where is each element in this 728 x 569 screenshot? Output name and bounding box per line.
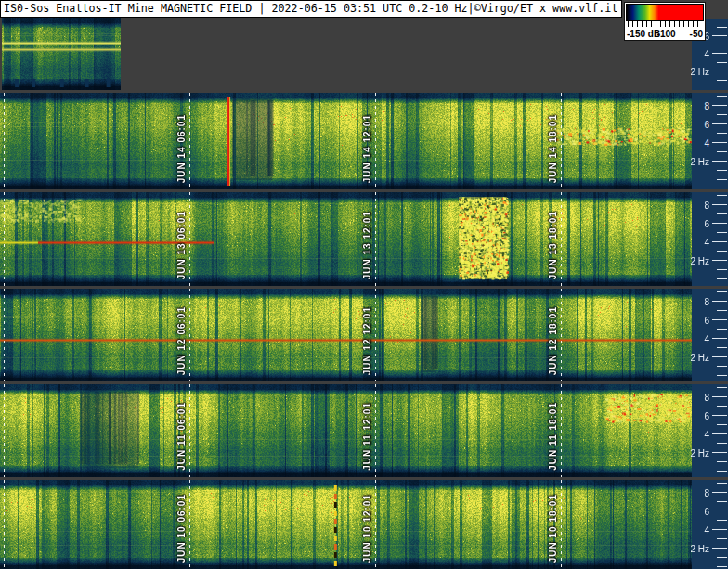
- time-tick-label: JUN 13 06:01: [176, 211, 187, 279]
- freq-tick: [712, 301, 727, 302]
- freq-tick: [712, 142, 727, 143]
- freq-tick: [712, 452, 727, 453]
- time-tick-label: JUN 13 12:01: [362, 211, 372, 279]
- freq-tick-label: 2 Hz: [690, 156, 709, 166]
- freq-tick: [717, 62, 727, 63]
- time-tick-label: JUN 14 12:01: [362, 114, 372, 183]
- freq-tick: [717, 566, 727, 567]
- time-tick-label: JUN 12 12:01: [362, 306, 372, 375]
- freq-tick: [717, 213, 727, 214]
- freq-tick: [717, 133, 727, 134]
- freq-tick: [712, 492, 727, 493]
- spectrogram-row-jun-14: JUN 14 06:01JUN 14 12:01JUN 14 18:01: [0, 93, 692, 189]
- freq-tick: [712, 319, 727, 320]
- frequency-axis: 8642 Hz: [692, 384, 728, 477]
- time-gridline: [189, 384, 190, 477]
- freq-tick: [717, 151, 727, 152]
- spectrogram-row-jun-10: JUN 10 06:01JUN 10 12:01JUN 10 18:01: [0, 480, 692, 569]
- colorbar-max-label: -50: [690, 29, 703, 39]
- freq-tick: [717, 269, 727, 270]
- time-tick-label: JUN 14 06:01: [176, 114, 187, 183]
- freq-tick: [717, 461, 727, 462]
- freq-tick-label: 4: [704, 137, 709, 148]
- freq-tick: [717, 347, 727, 348]
- frequency-axis: 8642 Hz: [692, 289, 728, 381]
- spectrogram-row-jun-13: JUN 13 06:01JUN 13 12:01JUN 13 18:01: [0, 192, 692, 286]
- time-gridline: [561, 480, 562, 569]
- freq-tick-label: 2 Hz: [690, 66, 709, 76]
- freq-tick-label: 6: [704, 506, 709, 516]
- spectrogram-canvas: [0, 289, 692, 381]
- time-tick-label: JUN 10 18:01: [548, 494, 558, 563]
- vlf-spectrogram-screen: IS0-Sos Enattos-IT Mine MAGNETIC FIELD |…: [0, 0, 728, 569]
- time-gridline: [189, 93, 190, 189]
- time-gridline: [561, 192, 562, 286]
- freq-tick: [712, 71, 727, 71]
- time-tick-label: JUN 11 12:01: [362, 402, 372, 471]
- freq-tick: [717, 443, 727, 444]
- freq-tick: [712, 511, 727, 511]
- time-gridline: [189, 289, 190, 381]
- freq-tick-label: 8: [704, 200, 709, 210]
- time-gridline: [375, 289, 376, 381]
- time-gridline: [4, 480, 5, 569]
- freq-tick: [712, 223, 727, 224]
- freq-tick-label: 6: [704, 119, 709, 129]
- time-gridline: [375, 192, 376, 286]
- spectrogram-canvas: [0, 192, 692, 286]
- spectrogram-row-jun-11: JUN 11 06:01JUN 11 12:01JUN 11 18:01: [0, 384, 692, 477]
- freq-tick: [712, 433, 727, 434]
- time-gridline: [4, 289, 5, 381]
- freq-tick-label: 2 Hz: [690, 447, 709, 458]
- freq-tick: [717, 471, 727, 472]
- freq-tick-label: 2 Hz: [690, 352, 709, 362]
- current-day-thumbnail: [2, 18, 121, 90]
- time-gridline: [4, 384, 5, 477]
- freq-tick-label: 4: [704, 524, 709, 535]
- colorbar-mid-label: -100: [657, 29, 676, 39]
- freq-tick: [712, 356, 727, 357]
- time-gridline: [375, 384, 376, 477]
- time-gridline: [561, 93, 562, 189]
- freq-tick: [717, 387, 727, 388]
- freq-tick: [717, 27, 727, 28]
- freq-tick-label: 8: [704, 392, 709, 402]
- time-tick-label: JUN 10 06:01: [176, 494, 187, 563]
- time-gridline: [375, 480, 376, 569]
- freq-tick-label: 2 Hz: [690, 255, 709, 265]
- colorbar-labels: -150 dB -100 -50: [626, 27, 704, 40]
- time-tick-label: JUN 14 18:01: [548, 114, 558, 183]
- freq-tick: [717, 45, 727, 45]
- time-gridline: [6, 18, 6, 90]
- freq-tick: [717, 114, 727, 115]
- window-title-bar: IS0-Sos Enattos-IT Mine MAGNETIC FIELD |…: [0, 0, 622, 18]
- freq-tick-label: 4: [704, 333, 709, 343]
- freq-tick: [712, 241, 727, 242]
- frequency-axis: 8642 Hz: [692, 480, 728, 569]
- time-tick-label: JUN 11 18:01: [548, 402, 558, 471]
- colorbar-gradient: [626, 4, 704, 21]
- spectrogram-canvas: [0, 93, 692, 189]
- freq-tick: [717, 406, 727, 407]
- freq-tick-label: 4: [704, 429, 709, 439]
- freq-tick: [712, 338, 727, 339]
- time-tick-label: JUN 12 18:01: [548, 306, 558, 375]
- frequency-axis: 8642 Hz: [692, 93, 728, 189]
- freq-tick: [717, 538, 727, 539]
- freq-tick: [717, 424, 727, 425]
- time-gridline: [561, 384, 562, 477]
- freq-tick: [717, 291, 727, 292]
- time-tick-label: JUN 11 06:01: [176, 402, 187, 471]
- time-tick-label: JUN 10 12:01: [362, 494, 372, 563]
- frequency-axis: 8642 Hz: [692, 192, 728, 286]
- colorbar-min-label: -150 dB: [627, 29, 660, 39]
- freq-tick: [717, 195, 727, 196]
- freq-tick: [717, 501, 727, 502]
- time-gridline: [4, 93, 5, 189]
- freq-tick: [717, 80, 727, 81]
- freq-tick-label: 6: [704, 218, 709, 228]
- freq-tick-label: 6: [704, 410, 709, 420]
- freq-tick: [712, 35, 727, 36]
- freq-tick-label: 2 Hz: [690, 543, 709, 553]
- time-tick-label: JUN 13 18:01: [548, 211, 558, 279]
